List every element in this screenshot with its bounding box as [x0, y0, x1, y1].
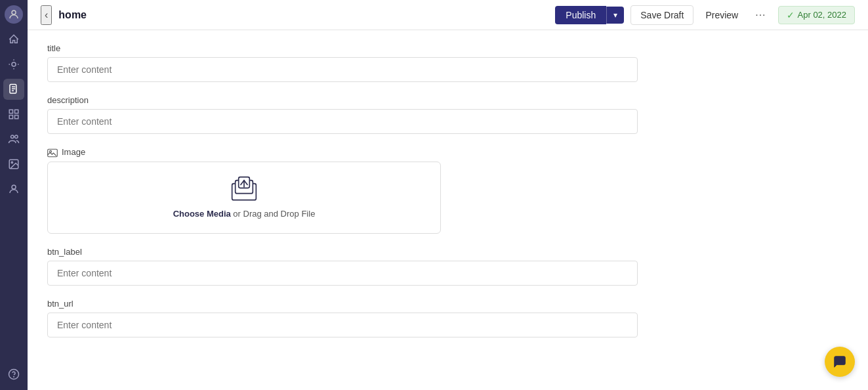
content-area: title description Image — [28, 30, 868, 390]
svg-point-0 — [12, 11, 16, 14]
page-title: home — [58, 9, 87, 21]
choose-media-text[interactable]: Choose Media — [173, 209, 231, 219]
upload-text: Choose Media or Drag and Drop File — [173, 209, 316, 219]
description-label: description — [47, 95, 848, 105]
drop-text: or Drag and Drop File — [231, 209, 316, 219]
image-icon — [47, 147, 58, 158]
btn-url-input[interactable] — [47, 313, 638, 337]
svg-rect-3 — [9, 110, 12, 113]
svg-rect-4 — [15, 110, 18, 113]
svg-point-1 — [12, 62, 16, 66]
people-icon[interactable] — [3, 129, 24, 150]
preview-button[interactable]: Preview — [700, 6, 743, 24]
svg-rect-6 — [15, 116, 18, 119]
image-label: Image — [47, 147, 848, 158]
btn-label-field-group: btn_label — [47, 247, 848, 286]
title-label: title — [47, 43, 848, 53]
grid-icon[interactable] — [3, 104, 24, 125]
description-field-group: description — [47, 95, 848, 134]
home-icon[interactable] — [3, 29, 24, 50]
btn-url-field-group: btn_url — [47, 299, 848, 337]
more-button[interactable]: ··· — [750, 7, 771, 24]
gallery-icon[interactable] — [3, 154, 24, 175]
title-input[interactable] — [47, 57, 638, 82]
publish-dropdown-button[interactable]: ▾ — [606, 7, 624, 24]
ellipsis-icon: ··· — [755, 9, 766, 20]
check-icon: ✓ — [787, 10, 795, 20]
chat-bubble[interactable] — [825, 347, 855, 377]
title-field-group: title — [47, 43, 848, 82]
btn-label-label: btn_label — [47, 247, 848, 257]
sidebar — [0, 0, 28, 390]
main-area: ‹ home Publish ▾ Save Draft Preview ··· … — [28, 0, 868, 390]
save-draft-button[interactable]: Save Draft — [630, 5, 693, 25]
description-input[interactable] — [47, 109, 638, 134]
svg-point-13 — [14, 376, 14, 377]
users-icon[interactable] — [3, 179, 24, 200]
date-label: Apr 02, 2022 — [798, 10, 846, 20]
svg-point-8 — [15, 135, 18, 139]
date-badge: ✓ Apr 02, 2022 — [778, 6, 855, 24]
help-icon[interactable] — [3, 364, 24, 385]
blog-icon[interactable] — [3, 54, 24, 75]
chevron-down-icon: ▾ — [613, 11, 617, 20]
image-upload-area[interactable]: Choose Media or Drag and Drop File — [47, 162, 441, 234]
avatar-icon[interactable] — [5, 5, 23, 24]
svg-rect-5 — [9, 116, 12, 119]
chat-icon — [833, 355, 847, 369]
svg-point-7 — [11, 135, 14, 139]
upload-icon — [228, 176, 260, 202]
header: ‹ home Publish ▾ Save Draft Preview ··· … — [28, 0, 868, 30]
pages-icon[interactable] — [3, 79, 24, 100]
back-button[interactable]: ‹ — [41, 5, 52, 25]
svg-point-10 — [11, 162, 12, 163]
svg-point-11 — [12, 185, 16, 189]
btn-url-label: btn_url — [47, 299, 848, 309]
image-field-group: Image Choose Media or Drag and Drop File — [47, 147, 848, 234]
btn-label-input[interactable] — [47, 261, 638, 286]
publish-button[interactable]: Publish — [555, 6, 606, 24]
